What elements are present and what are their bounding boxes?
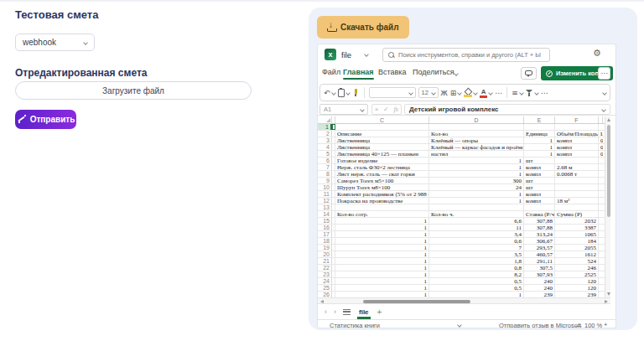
row-header[interactable]: 23 (318, 271, 332, 277)
chevron-down-icon[interactable] (364, 52, 369, 57)
cell[interactable]: 239 (555, 292, 599, 297)
cell[interactable] (599, 292, 603, 297)
cell[interactable]: 0,8 (429, 265, 524, 271)
cell[interactable]: Кол-во ч. (429, 211, 524, 217)
row-header[interactable]: 15 (318, 218, 332, 224)
cell[interactable]: 1 (429, 292, 524, 297)
font-color-button[interactable]: А (480, 89, 492, 97)
cell[interactable]: 2055 (555, 245, 599, 251)
formula-input[interactable]: Детский игровой комплекс (404, 104, 610, 115)
zoom-level[interactable]: 100 % (584, 322, 602, 328)
cell[interactable]: Лиственница 40×125 — планкен (335, 151, 429, 157)
toolbar-overflow-button[interactable]: ⋯ (541, 89, 548, 97)
cell[interactable]: 307,93 (524, 271, 555, 277)
cell[interactable] (599, 285, 603, 291)
tab-share[interactable]: Поделиться (413, 68, 454, 76)
cell[interactable]: 1 (335, 231, 429, 237)
row-header[interactable]: 17 (318, 231, 332, 237)
column-header-C[interactable]: C (335, 116, 429, 123)
fill-color-button[interactable] (464, 89, 477, 97)
cell[interactable] (429, 204, 524, 210)
cell[interactable]: 240 (524, 285, 555, 291)
cell[interactable]: Сумма (Р) (555, 211, 599, 217)
ribbon-collapse-button[interactable] (603, 91, 606, 95)
scroll-right-arrow-icon[interactable] (605, 300, 608, 303)
cell[interactable]: 7 (429, 245, 524, 251)
cell[interactable]: Клеёный — каркас фасадов и проёмов (429, 144, 524, 150)
cell[interactable]: 293,57 (524, 245, 555, 251)
font-name-select[interactable] (369, 87, 416, 98)
undo-button[interactable]: ↶ (324, 89, 335, 97)
cell[interactable]: 1 (429, 164, 524, 170)
more-options-button[interactable]: ⋯ (598, 67, 610, 80)
cell[interactable]: 0 (599, 137, 603, 143)
cell[interactable]: 1 (335, 218, 429, 224)
cell[interactable]: 306,67 (524, 238, 555, 244)
cell[interactable]: 1 (335, 238, 429, 244)
row-header[interactable]: 18 (318, 238, 332, 244)
cell[interactable]: компл (524, 198, 555, 204)
paste-button[interactable] (338, 89, 350, 97)
cell[interactable]: 11 (429, 225, 524, 230)
tab-file-menu[interactable]: Файл (322, 68, 340, 76)
vertical-scroll-thumb[interactable] (607, 125, 610, 217)
row-header[interactable]: 2 (318, 131, 332, 137)
row-header[interactable]: 8 (318, 171, 332, 177)
cell[interactable]: 3387 (555, 225, 599, 230)
cell[interactable]: Ставка (Р/ч) (524, 211, 555, 217)
cell[interactable]: компл (524, 191, 555, 197)
cell[interactable] (555, 204, 599, 210)
cell[interactable]: 1 (335, 245, 429, 251)
cell[interactable] (335, 124, 429, 130)
send-button[interactable]: Отправить (15, 110, 76, 129)
cell[interactable]: Лиственница (335, 137, 429, 143)
cell[interactable]: 120 (555, 285, 599, 291)
file-upload-dropzone[interactable]: Загрузите файл (15, 81, 252, 100)
cell[interactable]: 1 (524, 137, 555, 143)
cell[interactable]: Клеёный — опоры (429, 137, 524, 143)
cell[interactable]: 0,5 (429, 285, 524, 291)
horizontal-scrollbar[interactable] (318, 297, 610, 304)
cell[interactable]: 2032 (555, 218, 599, 224)
cell[interactable]: 313,24 (524, 231, 555, 237)
cell[interactable]: Комплект расходников (5% от 2 988 ₽) (335, 191, 429, 197)
row-header[interactable]: 4 (318, 144, 332, 150)
cell[interactable] (599, 204, 603, 210)
cell[interactable]: 1065 (555, 231, 599, 237)
cell[interactable]: 184 (555, 238, 599, 244)
row-header[interactable]: 13 (318, 204, 332, 210)
cell[interactable]: Объём/Площадь (555, 131, 599, 137)
cell[interactable]: 300 (429, 178, 524, 183)
cell[interactable]: Готовое изделие (335, 158, 429, 163)
tab-home[interactable]: Главная (343, 68, 374, 76)
row-header[interactable]: 7 (318, 164, 332, 170)
cell[interactable]: 524 (555, 258, 599, 264)
cell[interactable]: 307,88 (524, 225, 555, 230)
bold-button[interactable]: Ж (441, 89, 448, 97)
row-header[interactable]: 11 (318, 191, 332, 197)
cell[interactable]: 1 (524, 144, 555, 150)
cell[interactable]: 3,4 (429, 231, 524, 237)
cell[interactable]: 0,5 (429, 278, 524, 284)
cell[interactable]: 1 (335, 258, 429, 264)
cell[interactable] (599, 225, 603, 230)
cell[interactable]: 1612 (555, 251, 599, 257)
cell[interactable] (599, 124, 603, 130)
row-header[interactable]: 26 (318, 292, 332, 297)
vertical-scrollbar[interactable] (605, 116, 610, 297)
cell[interactable]: 1 (524, 151, 555, 157)
cell[interactable] (599, 158, 603, 163)
cell[interactable]: Кол-во сотр. (335, 211, 429, 217)
cell[interactable]: Покраска на производстве (335, 198, 429, 204)
row-header[interactable]: 24 (318, 278, 332, 284)
cell[interactable]: 307,5 (524, 265, 555, 271)
search-input[interactable] (398, 51, 541, 59)
cell[interactable] (599, 198, 603, 204)
row-header[interactable]: 25 (318, 285, 332, 291)
cell[interactable]: 0 (599, 151, 603, 157)
cell[interactable]: 1 (429, 198, 524, 204)
sheet-prev-button[interactable]: ‹ (325, 307, 327, 316)
feedback-link[interactable]: Отправить отзыв в Microsoft (499, 322, 581, 328)
cell[interactable] (524, 124, 555, 130)
scroll-down-arrow-icon[interactable] (607, 292, 610, 296)
